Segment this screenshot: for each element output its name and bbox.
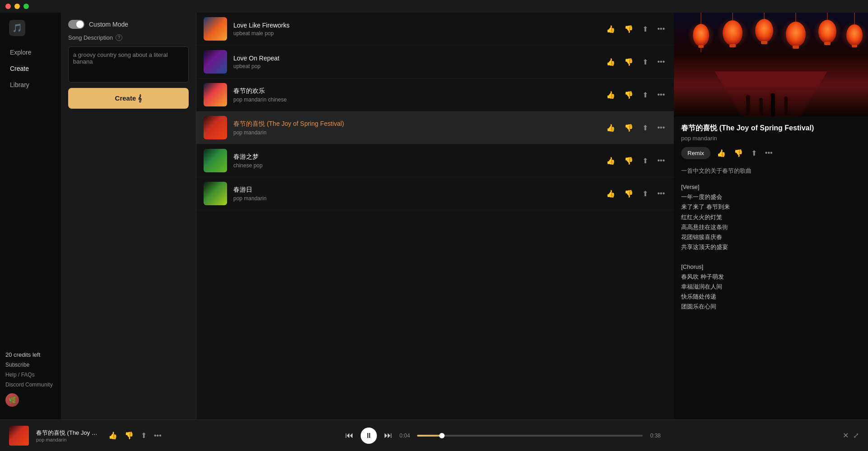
discord-community-link[interactable]: Discord Community	[5, 382, 56, 388]
svg-rect-8	[784, 99, 788, 116]
more-button[interactable]: •••	[655, 155, 667, 166]
right-panel: 春节的喜悦 (The Joy of Spring Festival) pop m…	[674, 13, 868, 419]
minimize-dot[interactable]	[14, 4, 20, 9]
table-row[interactable]: 春游日 pop mandarin 👍 👎 ⬆ •••	[196, 177, 674, 210]
like-button[interactable]: 👍	[604, 56, 617, 68]
detail-song-title: 春节的喜悦 (The Joy of Spring Festival)	[681, 124, 861, 133]
expand-player-button[interactable]: ⤢	[853, 431, 859, 440]
share-button[interactable]: ⬆	[641, 56, 650, 68]
song-info: 春节的喜悦 (The Joy of Spring Festival) pop m…	[233, 120, 598, 136]
song-actions: 👍 👎 ⬆ •••	[604, 122, 667, 134]
player-dislike-button[interactable]: 👎	[123, 429, 135, 442]
table-row[interactable]: Love On Repeat upbeat pop 👍 👎 ⬆ •••	[196, 46, 674, 78]
detail-share-button[interactable]: ⬆	[749, 147, 759, 159]
table-row[interactable]: 春游之梦 chinese pop 👍 👎 ⬆ •••	[196, 144, 674, 177]
close-player-button[interactable]: ✕	[843, 431, 849, 440]
player-thumbnail	[9, 426, 29, 446]
song-actions: 👍 👎 ⬆ •••	[604, 188, 667, 200]
like-button[interactable]: 👍	[604, 89, 617, 101]
like-button[interactable]: 👍	[604, 188, 617, 200]
right-panel-content: 春节的喜悦 (The Joy of Spring Festival) pop m…	[674, 116, 868, 419]
help-link[interactable]: Help / FAQs	[5, 372, 56, 378]
close-dot[interactable]	[5, 4, 11, 9]
svg-point-34	[841, 22, 868, 49]
like-button[interactable]: 👍	[604, 23, 617, 35]
song-actions: 👍 👎 ⬆ •••	[604, 155, 667, 167]
user-avatar[interactable]: 🌿	[5, 393, 19, 407]
skip-back-button[interactable]: ⏮	[345, 431, 353, 440]
share-button[interactable]: ⬆	[641, 122, 650, 134]
remix-button[interactable]: Remix	[681, 147, 710, 159]
song-thumbnail	[204, 83, 227, 106]
more-button[interactable]: •••	[655, 188, 667, 199]
song-cover-image	[674, 13, 868, 116]
player-more-button[interactable]: •••	[152, 429, 163, 442]
song-description-input[interactable]: a groovy country song about a literal ba…	[68, 46, 189, 83]
song-title: 春节的喜悦 (The Joy of Spring Festival)	[233, 120, 598, 128]
player-like-button[interactable]: 👍	[107, 429, 119, 442]
player-info: 春节的喜悦 (The Joy of Sp pop mandarin	[36, 429, 99, 442]
share-button[interactable]: ⬆	[641, 188, 650, 200]
more-button[interactable]: •••	[655, 56, 667, 68]
share-button[interactable]: ⬆	[641, 155, 650, 167]
play-pause-button[interactable]: ⏸	[361, 428, 377, 444]
dislike-button[interactable]: 👎	[622, 188, 635, 200]
more-button[interactable]: •••	[655, 122, 667, 133]
more-button[interactable]: •••	[655, 89, 667, 101]
like-button[interactable]: 👍	[604, 155, 617, 167]
more-button[interactable]: •••	[655, 23, 667, 35]
end-time: 0:38	[650, 433, 660, 439]
table-row[interactable]: Love Like Fireworks upbeat male pop 👍 👎 …	[196, 13, 674, 46]
table-row[interactable]: 春节的喜悦 (The Joy of Spring Festival) pop m…	[196, 111, 674, 144]
dislike-button[interactable]: 👎	[622, 155, 635, 167]
svg-point-3	[746, 95, 750, 100]
dislike-button[interactable]: 👎	[622, 122, 635, 134]
song-info: Love On Repeat upbeat pop	[233, 55, 598, 69]
sidebar-item-explore[interactable]: Explore	[5, 45, 56, 60]
detail-more-button[interactable]: •••	[763, 147, 775, 159]
svg-rect-6	[771, 96, 775, 116]
dislike-button[interactable]: 👎	[622, 89, 635, 101]
custom-mode-label: Custom Mode	[89, 21, 128, 28]
share-button[interactable]: ⬆	[641, 23, 650, 35]
sidebar-nav: Explore Create Library	[0, 45, 61, 346]
skip-forward-button[interactable]: ⏭	[384, 431, 392, 440]
progress-bar[interactable]	[417, 435, 643, 437]
custom-mode-row: Custom Mode	[68, 20, 189, 29]
lyrics-section: [Verse] 一年一度的盛会 来了来了 春节到来 红红火火的灯笼 高高悬挂在这…	[681, 182, 861, 312]
sidebar-item-create[interactable]: Create	[5, 61, 56, 76]
player-song-title: 春节的喜悦 (The Joy of Sp	[36, 429, 99, 437]
maximize-dot[interactable]	[23, 4, 29, 9]
share-button[interactable]: ⬆	[641, 89, 650, 101]
song-info: 春游之梦 chinese pop	[233, 153, 598, 169]
detail-song-genre: pop mandarin	[681, 135, 861, 142]
progress-knob[interactable]	[439, 433, 445, 438]
song-info: 春节的欢乐 pop mandarin chinese	[233, 87, 598, 103]
sidebar: 🎵 Explore Create Library 20 credits left…	[0, 13, 61, 419]
progress-fill	[417, 435, 442, 437]
festival-background	[674, 13, 868, 116]
player-bar: 春节的喜悦 (The Joy of Sp pop mandarin 👍 👎 ⬆ …	[0, 419, 868, 451]
detail-like-button[interactable]: 👍	[715, 147, 728, 159]
toggle-knob	[76, 21, 84, 28]
song-title: Love Like Fireworks	[233, 22, 598, 29]
info-icon[interactable]: ?	[116, 34, 122, 41]
dislike-button[interactable]: 👎	[622, 56, 635, 68]
like-button[interactable]: 👍	[604, 122, 617, 134]
svg-rect-4	[760, 101, 763, 116]
custom-mode-toggle[interactable]	[68, 20, 84, 29]
create-button[interactable]: Create 𝄞	[68, 88, 189, 109]
sidebar-item-library[interactable]: Library	[5, 78, 56, 92]
credits-label: 20 credits left	[5, 351, 56, 358]
song-title: 春游日	[233, 186, 598, 194]
table-row[interactable]: 春节的欢乐 pop mandarin chinese 👍 👎 ⬆ •••	[196, 78, 674, 111]
svg-point-33	[813, 17, 842, 46]
song-list: Love Like Fireworks upbeat male pop 👍 👎 …	[196, 13, 674, 419]
detail-dislike-button[interactable]: 👎	[732, 147, 745, 159]
subscribe-link[interactable]: Subscribe	[5, 362, 56, 368]
player-like-buttons: 👍 👎 ⬆ •••	[107, 429, 163, 442]
player-share-button[interactable]: ⬆	[139, 429, 149, 442]
svg-point-32	[780, 18, 812, 50]
dislike-button[interactable]: 👎	[622, 23, 635, 35]
svg-point-5	[759, 98, 763, 101]
